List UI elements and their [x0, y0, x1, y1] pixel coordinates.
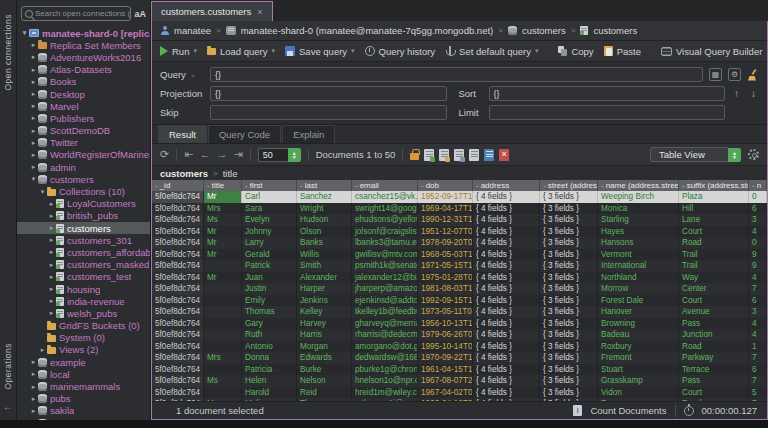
cell-name-address-street[interactable]: Roxbury	[598, 341, 679, 353]
column-header-title[interactable]: -title	[204, 180, 242, 191]
load-query-button[interactable]: Load query ▾	[207, 46, 275, 57]
cell-first[interactable]: Ruth	[242, 329, 297, 341]
chevron-right-icon[interactable]: ▸	[47, 200, 56, 208]
sort-descending-icon[interactable]: ↓	[748, 88, 759, 99]
cell-suffix-address-street[interactable]: Court	[679, 226, 749, 238]
cell-n[interactable]: 9	[749, 249, 767, 261]
cell-address[interactable]: { 4 fields }	[473, 249, 540, 261]
cell-n[interactable]: 4	[749, 318, 767, 330]
cell-email[interactable]: tkelley1b@feedburn	[352, 306, 418, 318]
cell-suffix-address-street[interactable]: Trail	[679, 260, 749, 272]
column-header-first[interactable]: -first	[242, 180, 297, 191]
cell-title[interactable]	[204, 341, 242, 353]
cell-first[interactable]: Justin	[242, 283, 297, 295]
query-input[interactable]: {}	[210, 67, 703, 82]
prev-page-button[interactable]: ←	[199, 148, 210, 161]
cell-first[interactable]: Donna	[242, 352, 297, 364]
cell-name-address-street[interactable]: Vidon	[598, 387, 679, 399]
table-row[interactable]: 5f0ef8dc764PatrickSmithpsmith1k@senate.g…	[152, 260, 767, 272]
cell-n[interactable]: 4	[749, 272, 767, 284]
query-options-icon[interactable]: ⚙	[728, 68, 741, 81]
tree-item-admin[interactable]: ▸admin	[17, 161, 150, 173]
cell-street-address-street[interactable]: { 3 fields }	[540, 364, 598, 376]
clear-query-broom-icon[interactable]	[747, 69, 759, 81]
table-path-field[interactable]: title	[223, 168, 238, 179]
table-row[interactable]: 5f0ef8dc764MrLarryBankslbanks3@tamu.edu1…	[152, 237, 767, 249]
cell-name-address-street[interactable]: Northland	[598, 272, 679, 284]
tree-item-customers-affordable-h[interactable]: ▸customers_affordable_h	[17, 246, 150, 258]
cell-suffix-address-street[interactable]: Pass	[679, 375, 749, 387]
cell-id[interactable]: 5f0ef8dc764	[152, 306, 204, 318]
cell-last[interactable]: Burke	[297, 364, 352, 376]
cell-last[interactable]: Harper	[297, 283, 352, 295]
cell-first[interactable]: Carl	[242, 191, 297, 203]
cell-email[interactable]: amorgano@dot.gov	[352, 341, 418, 353]
cell-first[interactable]: Harold	[242, 387, 297, 399]
column-header-suffix-address-street[interactable]: -suffix (address.street)	[679, 180, 749, 191]
cell-address[interactable]: { 4 fields }	[473, 364, 540, 376]
operations-rail-tab[interactable]: Operations	[3, 343, 13, 390]
cell-name-address-street[interactable]: Badeau	[598, 329, 679, 341]
cell-title[interactable]	[204, 295, 242, 307]
cell-title[interactable]	[204, 283, 242, 295]
cell-email[interactable]: rharrisi@dedecms.c	[352, 329, 418, 341]
cell-name-address-street[interactable]: Grasskamp	[598, 375, 679, 387]
cell-first[interactable]: Helen	[242, 375, 297, 387]
cell-street-address-street[interactable]: { 3 fields }	[540, 272, 598, 284]
tree-item-housing[interactable]: ▸housing	[17, 283, 150, 295]
chevron-right-icon[interactable]: ▸	[29, 139, 38, 147]
expand-query-icon[interactable]: ▦	[709, 68, 722, 81]
cell-name-address-street[interactable]: Hansons	[598, 237, 679, 249]
cell-dob[interactable]: 1967-08-07T21:5	[418, 375, 473, 387]
cell-dob[interactable]: 1956-10-13T10:4	[418, 318, 473, 330]
tree-item-replica-set-members[interactable]: ▸Replica Set Members	[17, 39, 150, 51]
chevron-right-icon[interactable]: ▸	[29, 78, 38, 86]
cell-dob[interactable]: 1979-06-26T05:0	[418, 329, 473, 341]
projection-input[interactable]: {}	[210, 86, 447, 101]
tree-item-customers-301[interactable]: ▸customers_301	[17, 234, 150, 246]
cell-id[interactable]: 5f0ef8dc764	[152, 352, 204, 364]
save-query-button[interactable]: Save query ▾	[285, 46, 355, 57]
chevron-right-icon[interactable]: ▸	[38, 346, 47, 354]
cell-id[interactable]: 5f0ef8dc764	[152, 249, 204, 261]
tree-item-local[interactable]: ▸local	[17, 368, 150, 380]
sort-input[interactable]: {}	[489, 86, 726, 101]
tree-item-customers[interactable]: ▸customers	[17, 222, 150, 234]
table-row[interactable]: 5f0ef8dc764AntonioMorganamorgano@dot.gov…	[152, 341, 767, 353]
table-row[interactable]: 5f0ef8dc764MrJuanAlexanderjalexander12@b…	[152, 272, 767, 284]
cell-title[interactable]: Mrs	[204, 352, 242, 364]
cell-last[interactable]: Olson	[297, 226, 352, 238]
cell-id[interactable]: 5f0ef8dc764	[152, 226, 204, 238]
cell-first[interactable]: Gary	[242, 318, 297, 330]
table-path-collection[interactable]: customers	[160, 168, 208, 179]
chevron-right-icon[interactable]: ▸	[47, 248, 56, 256]
cell-id[interactable]: 5f0ef8dc764	[152, 375, 204, 387]
cell-email[interactable]: csanchez15@vk.com	[352, 191, 418, 203]
cell-suffix-address-street[interactable]: Court	[679, 387, 749, 399]
tree-item-marvel[interactable]: ▸Marvel	[17, 100, 150, 112]
paste-button[interactable]: Paste	[604, 46, 641, 57]
cell-title[interactable]: Mr	[204, 237, 242, 249]
cell-suffix-address-street[interactable]: Pass	[679, 318, 749, 330]
tree-item-sakila[interactable]: ▸sakila	[17, 405, 150, 417]
visual-query-builder-button[interactable]: Visual Query Builder	[661, 46, 762, 57]
cell-name-address-street[interactable]: Forest Dale	[598, 295, 679, 307]
tree-item-publishers[interactable]: ▸Publishers	[17, 112, 150, 124]
cell-title[interactable]: Ms	[204, 214, 242, 226]
tab-close-icon[interactable]: ×	[257, 7, 262, 17]
cell-id[interactable]: 5f0ef8dc764	[152, 341, 204, 353]
tree-item-customers[interactable]: ▾customers	[17, 173, 150, 185]
cell-first[interactable]: Juan	[242, 272, 297, 284]
table-row[interactable]: 5f0ef8dc764MrJohnnyOlsonjolsonf@craigsli…	[152, 226, 767, 238]
tree-item-marinemammals[interactable]: ▸marinemammals	[17, 380, 150, 392]
match-case-toggle[interactable]: aA	[134, 9, 146, 19]
cell-id[interactable]: 5f0ef8dc764	[152, 387, 204, 399]
chevron-right-icon[interactable]: ▸	[29, 370, 38, 378]
tree-item-worldregisterofmarinespecie[interactable]: ▸WorldRegisterOfMarineSpecie	[17, 149, 150, 161]
cell-n[interactable]: 7	[749, 352, 767, 364]
cell-name-address-street[interactable]: Vermont	[598, 249, 679, 261]
chevron-right-icon[interactable]: ▸	[47, 261, 56, 269]
cell-suffix-address-street[interactable]: Terrace	[679, 364, 749, 376]
cell-last[interactable]: Harvey	[297, 318, 352, 330]
next-page-button[interactable]: →	[216, 148, 227, 161]
